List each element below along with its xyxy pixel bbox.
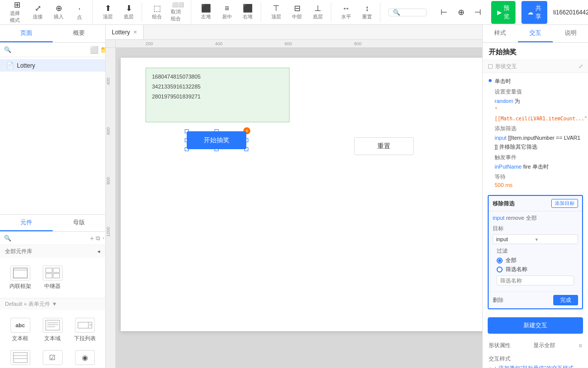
add-target-button[interactable]: 添加目标	[551, 199, 578, 208]
new-interaction-button[interactable]: 新建交互	[488, 317, 583, 334]
snap-right-icon: ⊣	[474, 8, 481, 16]
page-search-input[interactable]	[13, 46, 88, 53]
distribute-v-button[interactable]: ↕ 重置	[357, 2, 377, 22]
canvas-tab-lottery[interactable]: Lottery ✕	[106, 25, 144, 39]
add-filter-group: 添加筛选 input [[Item.inputNumber == LVAR1 ]…	[489, 125, 582, 151]
group-button[interactable]: ⬚ 组合	[147, 2, 167, 22]
add-style-button[interactable]: + + 添加类似"鼠标悬停"的交互样式	[489, 365, 582, 368]
valign-bot-icon: ⊥	[314, 4, 321, 12]
share-button[interactable]: ☁ 共享	[521, 1, 547, 24]
tab-style[interactable]: 样式	[483, 25, 518, 42]
copy-comp-icon[interactable]: ⧉	[96, 235, 100, 242]
comp-dropdown[interactable]: 下拉列表	[69, 314, 101, 346]
snap-left-button[interactable]: ⊢	[437, 6, 451, 18]
toolbar-group-distribute: ↔ 水平 ↕ 重置	[333, 2, 380, 22]
zoom-control[interactable]: 🔍 94%	[388, 8, 427, 16]
delete-button[interactable]: 删除	[493, 296, 504, 304]
tab-components[interactable]: 元件	[0, 215, 53, 231]
green-data-box[interactable]: 1680474815073805 3421335916132285 280197…	[146, 68, 290, 122]
comp-checkbox[interactable]: ☑ 复选框	[36, 346, 69, 368]
svg-rect-4	[46, 274, 52, 278]
svg-rect-6	[46, 320, 60, 330]
form-interaction-expand-icon[interactable]: ⤢	[579, 63, 583, 70]
valign-bot-button[interactable]: ⊥ 底层	[308, 2, 328, 22]
comp-section-collapse-icon[interactable]: ◂	[97, 248, 100, 255]
tab-note[interactable]: 说明	[553, 25, 588, 42]
reset-label: 重置	[377, 142, 390, 151]
inline-frame-label: 内联框架	[9, 282, 31, 290]
tab-masters[interactable]: 母版	[53, 215, 105, 231]
form-interaction-checkbox[interactable]: ☐	[488, 63, 493, 70]
align-right-button[interactable]: ⬛ 右堆	[238, 2, 258, 22]
comp-section-all: 全部元件库 ◂	[0, 245, 105, 258]
bottom-layer-button[interactable]: ⬇ 底层	[119, 2, 139, 22]
tab-page[interactable]: 页面	[0, 25, 53, 42]
toolbar-group-layer: ⬆ 顶层 ⬇ 底层	[95, 2, 142, 22]
comp-relay[interactable]: 中继器	[36, 262, 69, 294]
snap-center-button[interactable]: ⊕	[453, 6, 468, 18]
list-icon[interactable]: ≡	[579, 342, 582, 349]
select-mode-icon: ⊞	[14, 1, 20, 9]
comp-section-all-label: 全部元件库	[5, 248, 32, 255]
textbox-label: 文本框	[12, 335, 28, 342]
distribute-h-label: 水平	[341, 13, 351, 20]
preview-button[interactable]: ▶ 预览	[491, 1, 515, 24]
align-center-button[interactable]: ≡ 居中	[217, 2, 237, 22]
align-left-button[interactable]: ⬛ 左堆	[196, 2, 216, 22]
zoom-input[interactable]: 94%	[402, 9, 422, 16]
preview-icon: ▶	[497, 9, 502, 16]
comp-listbox[interactable]: 列表框	[4, 346, 36, 368]
canvas-scroll-wrapper[interactable]: 400 600 800 1000 1680474815073805 342133…	[106, 48, 482, 368]
user-menu[interactable]: li16620164429 ▾	[549, 9, 588, 16]
valign-top-button[interactable]: ⊤ 顶层	[266, 2, 286, 22]
canvas-white-frame[interactable]: 1680474815073805 3421335916132285 280197…	[121, 58, 482, 331]
set-variable-label: 设置变量值	[495, 88, 582, 95]
new-page-icon[interactable]: ⬜	[90, 46, 98, 54]
comp-textbox[interactable]: abc 文本框	[4, 314, 36, 346]
top-layer-button[interactable]: ⬆ 顶层	[98, 2, 118, 22]
tab-outline[interactable]: 概要	[53, 25, 105, 42]
tab-interaction[interactable]: 交互	[518, 25, 553, 42]
distribute-h-button[interactable]: ↔ 水平	[336, 2, 356, 22]
align-right-label: 右堆	[243, 13, 253, 20]
point-icon: ·	[78, 4, 80, 13]
right-panel: 样式 交互 说明 开始抽奖 ☐ 形状交互 ⤢ 单击时	[482, 25, 588, 368]
target-dropdown-arrow-icon[interactable]: ▾	[535, 237, 575, 242]
comp-inline-frame[interactable]: 内联框架	[4, 262, 36, 294]
comp-textarea[interactable]: 文本域	[36, 314, 69, 346]
insert-button[interactable]: ⊕ 插入	[49, 2, 69, 22]
canvas-tab-close-icon[interactable]: ✕	[133, 29, 137, 35]
snap-right-button[interactable]: ⊣	[470, 6, 485, 18]
comp-radio[interactable]: ◉ 单选按钮	[69, 346, 101, 368]
filter-all-radio[interactable]	[497, 258, 503, 264]
filter-name-input[interactable]	[497, 276, 574, 285]
connect-button[interactable]: ⤢ 连接	[28, 2, 48, 22]
add-comp-icon[interactable]: +	[90, 234, 94, 242]
comp-search-input[interactable]	[13, 235, 88, 242]
start-lottery-button[interactable]: 开始抽奖	[187, 131, 246, 149]
dropdown-label: 下拉列表	[74, 335, 96, 342]
canvas-area: Lottery ✕ 200 400 600 800 400 600 800	[106, 25, 482, 368]
select-mode-label: 选择模式	[10, 10, 24, 24]
target-input-row[interactable]: input ▾	[493, 234, 578, 244]
page-item-lottery[interactable]: 📄 Lottery	[0, 59, 105, 72]
svg-rect-0	[13, 268, 27, 278]
ruler-vmark-800: 800	[106, 177, 111, 184]
select-mode-button[interactable]: ⊞ 选择模式	[7, 0, 27, 26]
number-row-3: 2801979501839271	[152, 92, 283, 102]
valign-mid-button[interactable]: ⊟ 中部	[287, 2, 307, 22]
filter-name-radio[interactable]	[497, 267, 503, 273]
remove-filter-header: 移除筛选 添加目标	[489, 196, 582, 211]
comp-section-form[interactable]: Default » 表单元件 ▼	[0, 298, 105, 310]
point-button[interactable]: · 点	[70, 2, 89, 23]
user-name: li16620164429	[553, 9, 588, 16]
done-button[interactable]: 完成	[553, 295, 578, 305]
toolbar-group-valign: ⊤ 顶层 ⊟ 中部 ⊥ 底层	[263, 2, 331, 22]
show-all-button[interactable]: 显示全部	[533, 342, 555, 349]
share-label: 共享	[535, 4, 541, 21]
page-item-lottery-label: Lottery	[17, 62, 35, 69]
canvas-inner-scroll[interactable]: 1680474815073805 3421335916132285 280197…	[116, 48, 482, 368]
reset-button[interactable]: 重置	[354, 137, 414, 155]
ungroup-button[interactable]: ⬜⬜ 取消组合	[168, 0, 188, 24]
more-comp-icon[interactable]: ⋯	[102, 234, 105, 242]
